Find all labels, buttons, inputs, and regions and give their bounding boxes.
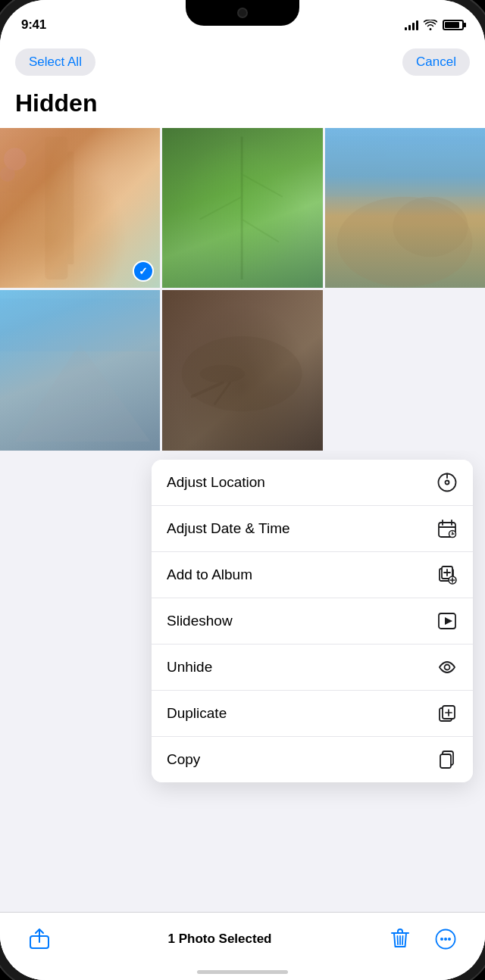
photo-cell-5[interactable] xyxy=(162,290,322,450)
content-area: Select All Cancel Hidden ✓ xyxy=(0,39,485,980)
slideshow-icon xyxy=(436,610,458,632)
photo-cell-empty xyxy=(325,290,485,450)
copy-icon xyxy=(436,749,458,770)
svg-point-19 xyxy=(446,480,449,484)
copy-label: Copy xyxy=(167,751,200,768)
adjust-date-time-icon: + xyxy=(436,518,458,539)
share-icon xyxy=(30,929,49,950)
menu-item-adjust-date-time[interactable]: Adjust Date & Time + xyxy=(152,506,473,552)
svg-point-15 xyxy=(200,365,246,383)
svg-point-38 xyxy=(445,664,450,669)
unhide-label: Unhide xyxy=(167,659,212,676)
menu-item-adjust-location[interactable]: Adjust Location xyxy=(152,460,473,506)
svg-marker-12 xyxy=(15,344,151,442)
duplicate-label: Duplicate xyxy=(167,705,227,722)
slideshow-label: Slideshow xyxy=(167,613,233,629)
home-indicator xyxy=(197,970,288,974)
add-to-album-label: Add to Album xyxy=(167,566,252,583)
menu-item-slideshow[interactable]: Slideshow xyxy=(152,598,473,644)
photo-cell-2[interactable] xyxy=(162,128,322,288)
photo-cell-4[interactable] xyxy=(0,290,160,450)
photo-grid: ✓ xyxy=(0,128,485,451)
select-all-button[interactable]: Select All xyxy=(15,48,95,76)
svg-line-8 xyxy=(242,220,279,242)
duplicate-icon xyxy=(436,703,458,724)
photo-cell-3[interactable] xyxy=(325,128,485,288)
svg-line-48 xyxy=(397,936,398,944)
status-icons xyxy=(405,20,464,30)
delete-button[interactable] xyxy=(383,922,417,956)
svg-rect-44 xyxy=(440,754,451,768)
adjust-location-icon xyxy=(436,472,458,493)
page-title: Hidden xyxy=(0,85,485,128)
checkmark-icon: ✓ xyxy=(139,266,148,276)
photo-cell-1[interactable]: ✓ xyxy=(0,128,160,288)
signal-icon xyxy=(405,20,418,30)
status-time: 9:41 xyxy=(21,17,46,33)
svg-line-49 xyxy=(402,936,403,944)
svg-line-6 xyxy=(242,174,283,197)
more-button[interactable] xyxy=(429,922,462,956)
svg-rect-2 xyxy=(67,151,74,264)
menu-item-unhide[interactable]: Unhide xyxy=(152,644,473,691)
svg-rect-11 xyxy=(325,136,485,196)
battery-icon xyxy=(443,20,464,30)
nav-bar: Select All Cancel xyxy=(0,39,485,85)
selected-count-label: 1 Photo Selected xyxy=(168,932,272,947)
context-menu: Adjust Location Adjust Date & Time xyxy=(152,460,473,782)
wifi-icon xyxy=(424,20,437,30)
svg-text:+: + xyxy=(451,531,454,535)
svg-point-4 xyxy=(0,167,15,182)
svg-point-52 xyxy=(444,938,447,941)
trash-icon xyxy=(391,929,409,950)
menu-item-copy[interactable]: Copy xyxy=(152,737,473,782)
svg-point-51 xyxy=(440,938,443,941)
svg-marker-37 xyxy=(445,617,452,625)
cancel-button[interactable]: Cancel xyxy=(402,48,470,76)
svg-rect-1 xyxy=(45,136,68,279)
svg-rect-13 xyxy=(0,299,160,351)
notch xyxy=(186,0,299,26)
add-to-album-icon xyxy=(436,564,458,585)
svg-line-7 xyxy=(200,197,242,220)
menu-item-duplicate[interactable]: Duplicate xyxy=(152,691,473,737)
ellipsis-icon xyxy=(435,929,456,950)
phone-frame: 9:41 Select All xyxy=(0,0,485,980)
camera xyxy=(237,8,248,18)
adjust-date-time-label: Adjust Date & Time xyxy=(167,520,290,537)
svg-point-10 xyxy=(393,197,468,257)
share-button[interactable] xyxy=(23,922,56,956)
adjust-location-label: Adjust Location xyxy=(167,474,265,491)
menu-item-add-to-album[interactable]: Add to Album xyxy=(152,552,473,598)
unhide-icon xyxy=(436,657,458,678)
svg-point-53 xyxy=(448,938,451,941)
